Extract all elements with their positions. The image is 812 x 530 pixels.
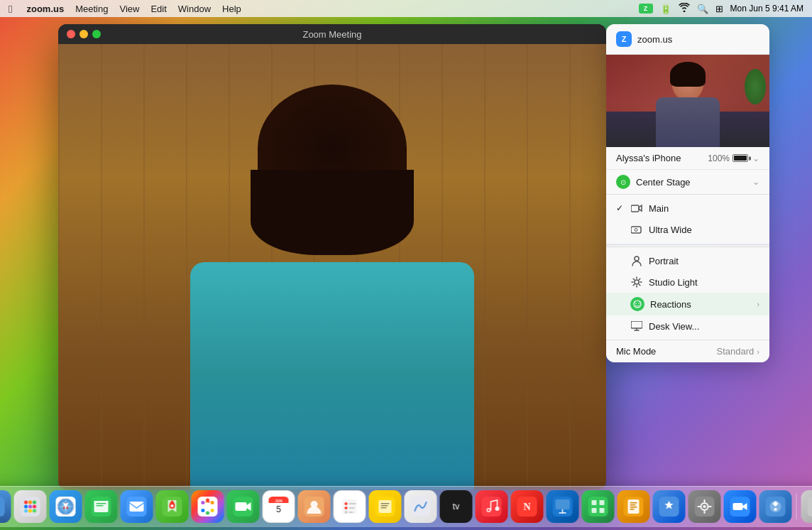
svg-rect-33 [97,505,104,507]
svg-rect-62 [349,507,355,509]
svg-rect-86 [592,508,597,513]
center-stage-chevron-icon[interactable]: ⌄ [752,177,759,187]
svg-rect-49 [236,502,247,511]
menu-item-desk-view-label: Desk View... [649,321,759,332]
menubar-help[interactable]: Help [222,4,241,14]
zoom-meeting-window: Zoom Meeting [58,24,606,490]
svg-rect-87 [600,508,605,513]
svg-point-75 [488,509,490,512]
mic-mode-row[interactable]: Mic Mode Standard › [606,340,769,362]
center-stage-icon-person: ⊙ [620,178,626,186]
dock-facetime[interactable] [227,490,260,523]
menubar-view[interactable]: View [119,4,139,14]
menu-item-portrait-label: Portrait [649,256,759,266]
svg-point-23 [33,509,36,513]
svg-point-4 [635,280,639,284]
svg-rect-80 [556,499,570,509]
dock-messages[interactable] [85,490,118,523]
svg-rect-66 [379,500,392,513]
svg-text:tv: tv [453,502,459,512]
dock-system-extension[interactable] [759,490,792,523]
dock-safari[interactable] [50,490,82,523]
window-title: Zoom Meeting [302,29,361,40]
zoom-menubar-icon[interactable]: Z [639,4,653,13]
camera-icon [630,202,643,215]
maximize-button[interactable] [92,30,101,38]
apple-menu[interactable]:  [9,3,12,15]
dock-zoom[interactable] [724,490,757,523]
svg-point-45 [201,509,204,512]
dock-launchpad[interactable] [14,490,47,523]
minimize-button[interactable] [79,30,88,38]
dock-trash[interactable] [801,490,813,523]
zoom-dropdown-panel: Z zoom.us Alyssa's iPhone 100% ⌄ ⊙ Cente… [606,24,769,362]
svg-point-97 [703,505,706,508]
video-feed [58,44,606,490]
control-center-icon[interactable]: ⊞ [715,4,723,14]
close-button[interactable] [67,30,75,38]
svg-point-43 [211,509,214,512]
battery-bar [733,154,748,162]
menu-item-portrait[interactable]: Portrait [606,250,769,271]
svg-rect-99 [704,511,706,514]
dock-maps[interactable] [156,490,189,523]
svg-point-38 [171,504,174,507]
menu-section: ✓ Main Ultra Wide [606,194,769,243]
dock-mail[interactable] [121,490,153,523]
dock-freeform[interactable] [405,490,437,523]
search-icon-menubar[interactable]: 🔍 [697,4,708,14]
svg-rect-84 [592,500,597,505]
dock-news[interactable]: N [511,490,544,523]
device-row: Alyssa's iPhone 100% ⌄ [606,147,769,169]
svg-point-2 [635,229,637,232]
menubar-edit[interactable]: Edit [150,4,166,14]
thumbnail-plant [745,69,766,104]
dock-separator [796,494,797,519]
dock-system-settings[interactable] [688,490,721,523]
svg-point-106 [774,508,777,511]
svg-point-46 [201,501,204,504]
dock-music[interactable] [476,490,508,523]
dock-appstore[interactable] [653,490,686,523]
svg-rect-32 [97,503,106,504]
menubar-window[interactable]: Window [178,4,211,14]
svg-rect-98 [704,499,706,502]
center-stage-icon: ⊙ [616,175,630,189]
dock-keynote[interactable] [547,490,579,523]
menubar-app-name[interactable]: zoom.us [26,4,64,14]
center-stage-row[interactable]: ⊙ Center Stage ⌄ [606,169,769,194]
svg-point-42 [211,501,214,504]
wifi-icon [679,3,690,14]
svg-rect-64 [349,512,353,513]
menu-item-desk-view[interactable]: Desk View... [606,315,769,337]
svg-rect-83 [588,497,608,517]
menubar-meeting[interactable]: Meeting [75,4,108,14]
menu-item-reactions-label: Reactions [650,299,757,310]
device-chevron-icon[interactable]: ⌄ [752,153,759,163]
dock-numbers[interactable] [582,490,615,523]
svg-point-19 [28,505,32,509]
svg-point-61 [345,507,348,509]
svg-point-41 [206,499,209,502]
ultrawide-icon [630,223,643,236]
dock-contacts[interactable] [298,490,331,523]
svg-point-22 [28,509,32,513]
dock-reminders[interactable] [334,490,366,523]
dock-finder[interactable]: 🙂 [0,490,11,523]
video-thumbnail [606,55,769,147]
dock-notes[interactable] [369,490,402,523]
svg-rect-100 [698,506,701,507]
dock-photos[interactable] [192,490,224,523]
menu-item-main[interactable]: ✓ Main [606,198,769,219]
menu-item-reactions[interactable]: Reactions › [606,293,769,315]
portrait-icon [630,254,643,267]
menu-item-studio-light[interactable]: Studio Light [606,271,769,293]
thumb-body [656,97,720,147]
dock-appletv[interactable]: tv [440,490,473,523]
dock-pages[interactable] [618,490,650,523]
svg-point-47 [205,504,211,509]
dock-calendar[interactable]: JUN5 [263,490,295,523]
check-icon: ✓ [616,203,627,213]
menu-item-ultrawide[interactable]: Ultra Wide [606,219,769,240]
mic-mode-label: Mic Mode [616,346,717,357]
